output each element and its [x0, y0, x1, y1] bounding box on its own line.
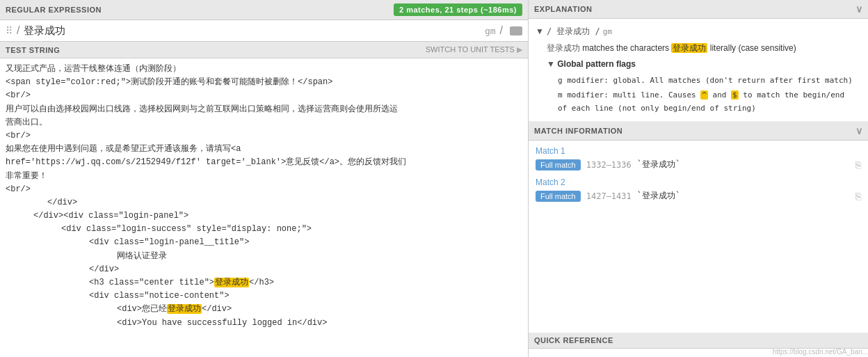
test-line: <br/>	[6, 183, 522, 196]
explanation-title: EXPLANATION	[534, 5, 593, 13]
m-modifier-desc: multi line. Causes	[613, 90, 700, 100]
global-flags-arrow: ▼	[547, 59, 555, 69]
test-line: 又现正式产品，运营干线整体连通（内测阶段）	[6, 63, 522, 76]
test-line: 用户可以自由选择校园网出口线路，选择校园网则与之前互联网出口策略相同，选择运营商…	[6, 103, 522, 116]
share-match-1-icon[interactable]: ⎘	[855, 159, 861, 170]
explanation-header: EXPLANATION ∨	[529, 0, 868, 19]
test-line: </div>	[6, 196, 522, 209]
match-badge: 2 matches, 21 steps (~186ms)	[394, 3, 522, 16]
match-2-range: 1427–1431	[586, 191, 632, 201]
match-1-row: Full match 1332–1336 `登录成功` ⎘	[536, 159, 861, 170]
match-1-range: 1332–1336	[586, 160, 632, 170]
test-line: <h3 class="center title">登录成功</h3>	[6, 276, 522, 289]
match-1-label: Match 1	[536, 146, 861, 156]
regex-flags: gm	[485, 26, 496, 36]
highlight-match2: 登录成功	[167, 304, 202, 314]
match-2-value: `登录成功`	[637, 190, 680, 202]
g-modifier-text: g modifier: global. All matches (don't r…	[558, 76, 853, 85]
right-panel: EXPLANATION ∨ ▼ / 登录成功 / gm 登录成功 matches…	[529, 0, 868, 357]
test-string-header: TEST STRING SWITCH TO UNIT TESTS ▶	[0, 42, 528, 58]
explanation-matches-text: matches the characters	[582, 43, 671, 53]
test-string-area[interactable]: 又现正式产品，运营干线整体连通（内测阶段） <span style="color…	[0, 58, 528, 357]
test-line: </div>	[6, 263, 522, 276]
explanation-literal-regex: 登录成功	[547, 43, 580, 53]
match-entry-1: Match 1 Full match 1332–1336 `登录成功` ⎘	[536, 146, 861, 170]
match-2-label: Match 2	[536, 177, 861, 187]
dollar-highlight: $	[731, 90, 739, 100]
flag-icon[interactable]	[510, 26, 522, 35]
m-modifier-label: m modifier:	[558, 90, 613, 100]
drag-handle-icon[interactable]: ⠿	[6, 25, 13, 36]
delimiter-open: /	[17, 24, 19, 37]
explanation-regex-text: / 登录成功 /	[547, 24, 600, 40]
test-line: 网络认证登录	[6, 250, 522, 263]
switch-arrow-icon: ▶	[517, 45, 522, 54]
tree-arrow-icon: ▼	[536, 24, 544, 40]
explanation-flags-text: gm	[603, 25, 612, 39]
collapse-explanation-icon[interactable]: ∨	[855, 3, 863, 15]
match-info-title: MATCH INFORMATION	[534, 127, 622, 135]
collapse-match-info-icon[interactable]: ∨	[855, 125, 863, 136]
test-line: 非常重要！	[6, 170, 522, 183]
test-line: <div class="notice-content">	[6, 289, 522, 303]
match-2-badge: Full match	[536, 191, 581, 202]
m-modifier-suffix: to match the begin/end	[743, 90, 844, 100]
global-flags-label: Global pattern flags	[557, 59, 636, 69]
regex-bar: ⠿ / gm /	[0, 20, 528, 42]
test-string-content: 又现正式产品，运营干线整体连通（内测阶段） <span style="color…	[6, 63, 522, 330]
highlight-match1: 登录成功	[214, 278, 249, 287]
match-1-value: `登录成功`	[637, 159, 680, 170]
test-line: <div class="login-panel__title">	[6, 236, 522, 249]
match-info-body: Match 1 Full match 1332–1336 `登录成功` ⎘ Ma…	[529, 141, 868, 214]
test-line: 如果您在使用中遇到问题，或是希望正式开通该服务，请填写<a	[6, 143, 522, 156]
match-info-header: MATCH INFORMATION ∨	[529, 122, 868, 141]
test-line: <div class="login-success" style="displa…	[6, 223, 522, 236]
test-line: href='https://wj.qq.com/s/2152949/f12f' …	[6, 156, 522, 169]
quick-ref-body: https://blog.csdn.net/GA_ban...	[529, 349, 868, 357]
share-match-2-icon[interactable]: ⎘	[855, 191, 861, 202]
quick-reference-header: QUICK REFERENCE	[529, 333, 868, 349]
left-panel: REGULAR EXPRESSION 2 matches, 21 steps (…	[0, 0, 529, 357]
explanation-body: ▼ / 登录成功 / gm 登录成功 matches the character…	[529, 19, 868, 122]
match-1-badge: Full match	[536, 159, 581, 170]
test-line: <div>You have successfully logged in</di…	[6, 317, 522, 330]
match-2-row: Full match 1427–1431 `登录成功` ⎘	[536, 190, 861, 202]
and-text: and	[713, 90, 732, 100]
regex-input[interactable]	[24, 25, 480, 37]
explanation-literal-desc: literally (case sensitive)	[710, 43, 796, 53]
watermark: https://blog.csdn.net/GA_ban...	[773, 348, 868, 356]
quick-ref-title: QUICK REFERENCE	[534, 336, 613, 344]
spacer	[529, 214, 868, 333]
regex-section-title: REGULAR EXPRESSION	[6, 6, 102, 14]
test-string-title: TEST STRING	[6, 46, 60, 54]
m-modifier-suffix2: of each line (not only begin/end of stri…	[558, 104, 756, 113]
delimiter-close: /	[500, 24, 503, 37]
caret-highlight: ^	[700, 90, 708, 100]
match-entry-2: Match 2 Full match 1427–1431 `登录成功` ⎘	[536, 177, 861, 202]
test-line: 营商出口。	[6, 116, 522, 129]
test-line: <div>您已经登录成功</div>	[6, 303, 522, 316]
switch-unit-tests-button[interactable]: SWITCH TO UNIT TESTS ▶	[426, 45, 522, 54]
test-line: <span style="color:red;">测试阶段开通的账号和套餐可能随…	[6, 76, 522, 89]
regex-section-header: REGULAR EXPRESSION 2 matches, 21 steps (…	[0, 0, 528, 20]
test-line: <br/>	[6, 89, 522, 102]
explanation-literal-highlight: 登录成功	[671, 43, 707, 53]
test-line: <br/>	[6, 129, 522, 143]
test-line: </div><div class="login-panel">	[6, 209, 522, 223]
